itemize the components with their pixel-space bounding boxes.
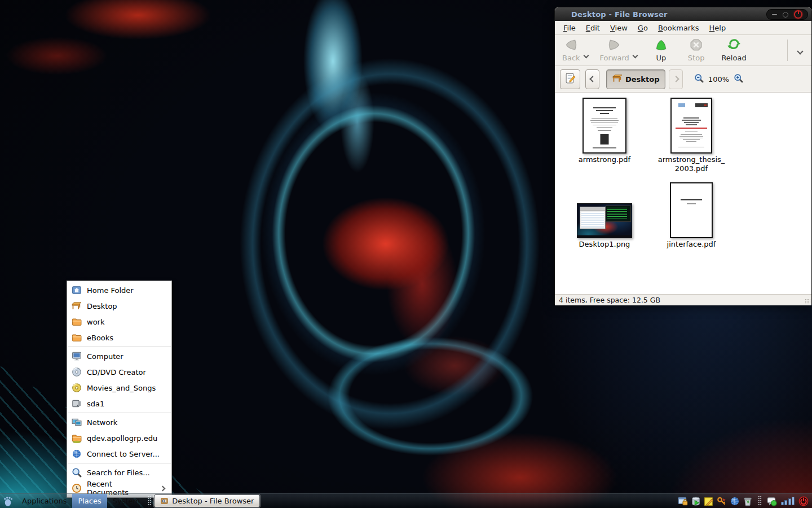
- pdf-thumbnail: [670, 182, 713, 238]
- window-title: Desktop - File Browser: [571, 10, 668, 19]
- menu-file[interactable]: File: [558, 22, 581, 34]
- back-dropdown[interactable]: [583, 41, 590, 60]
- statusbar: 4 items, Free space: 12.5 GB: [555, 294, 811, 305]
- chevron-left-icon: [589, 76, 595, 82]
- network-icon: [72, 417, 82, 427]
- forward-icon: [608, 38, 621, 53]
- window-lock-icon[interactable]: [678, 496, 688, 506]
- file-browser-window: Desktop - File Browser File Edit View Go…: [554, 7, 812, 304]
- minimize-icon[interactable]: [772, 14, 777, 15]
- forward-button[interactable]: Forward: [597, 37, 632, 63]
- menu-separator: [68, 463, 171, 463]
- places-item-computer[interactable]: Computer: [67, 348, 171, 364]
- path-scroll-left-button[interactable]: [585, 69, 599, 89]
- computer-icon: [72, 351, 82, 361]
- forward-dropdown[interactable]: [632, 41, 639, 60]
- database-icon[interactable]: [691, 496, 701, 506]
- places-item-desktop[interactable]: Desktop: [67, 298, 171, 314]
- menu-help[interactable]: Help: [704, 22, 731, 34]
- folder-icon: [72, 332, 82, 343]
- file-label: armstrong_thesis_ 2003.pdf: [658, 155, 725, 173]
- file-jinterface-pdf[interactable]: jinterface.pdf: [649, 182, 734, 249]
- tray-drag-handle[interactable]: [758, 496, 762, 506]
- zoom-in-button[interactable]: [731, 72, 745, 86]
- trash-icon[interactable]: [743, 496, 753, 506]
- stop-icon: [690, 38, 703, 53]
- close-icon[interactable]: [794, 10, 802, 19]
- gnome-foot-icon[interactable]: [3, 495, 15, 507]
- places-item-movies-and-songs[interactable]: Movies_and_Songs: [67, 380, 171, 396]
- places-menu: Home Folder Desktop work eBooks Computer…: [67, 281, 172, 498]
- screen: Desktop - File Browser File Edit View Go…: [0, 0, 812, 508]
- up-label: Up: [656, 54, 666, 62]
- chevron-down-icon: [632, 52, 638, 58]
- stop-label: Stop: [688, 54, 705, 62]
- dvd-disc-icon: [72, 383, 82, 393]
- zoom-out-button[interactable]: [692, 72, 705, 86]
- menu-separator: [68, 347, 171, 347]
- path-scroll-right-button[interactable]: [669, 69, 683, 89]
- path-button-desktop[interactable]: Desktop: [606, 69, 665, 89]
- places-item-sda1[interactable]: sda1: [67, 396, 171, 411]
- globe-icon[interactable]: [730, 496, 740, 506]
- reload-label: Reload: [721, 54, 746, 62]
- bottom-panel: Applications Places System Desktop - Fil…: [0, 493, 812, 508]
- places-item-work[interactable]: work: [67, 314, 171, 330]
- server-globe-icon: [72, 449, 82, 459]
- desktop-icon: [72, 301, 82, 311]
- places-item-cd-dvd-creator[interactable]: CD/DVD Creator: [67, 364, 171, 380]
- system-tray: [678, 496, 809, 506]
- panel-menu-applications[interactable]: Applications: [16, 494, 72, 508]
- menu-separator: [68, 413, 171, 413]
- maximize-icon[interactable]: [783, 12, 788, 17]
- edit-location-button[interactable]: [560, 69, 580, 89]
- recent-documents-icon: [72, 483, 82, 493]
- panel-menu-places[interactable]: Places: [72, 494, 107, 508]
- back-button[interactable]: Back: [559, 37, 583, 63]
- signal-bars-icon[interactable]: [780, 497, 796, 505]
- file-manager-icon: [160, 497, 169, 505]
- up-button[interactable]: Up: [652, 37, 670, 63]
- pdf-thumbnail: [670, 98, 712, 154]
- forward-label: Forward: [600, 54, 629, 62]
- folder-icon: [72, 317, 82, 327]
- file-armstrong-pdf[interactable]: armstrong.pdf: [562, 97, 647, 164]
- menu-bookmarks[interactable]: Bookmarks: [653, 22, 704, 34]
- file-label: jinterface.pdf: [667, 240, 716, 249]
- taskbar-button-file-browser[interactable]: Desktop - File Browser: [154, 494, 260, 507]
- back-label: Back: [562, 54, 580, 62]
- toolbar-overflow-button[interactable]: [793, 45, 807, 56]
- up-icon: [655, 38, 668, 53]
- places-item-ebooks[interactable]: eBooks: [67, 330, 171, 345]
- path-label: Desktop: [625, 75, 659, 84]
- titlebar[interactable]: Desktop - File Browser: [555, 7, 811, 21]
- menu-edit[interactable]: Edit: [581, 22, 605, 34]
- places-item-qdev[interactable]: qdev.apollogrp.edu: [67, 430, 171, 446]
- file-armstrong-thesis-pdf[interactable]: armstrong_thesis_ 2003.pdf: [649, 97, 734, 173]
- home-folder-icon: [72, 285, 82, 295]
- panel-menu-system[interactable]: System: [107, 494, 145, 508]
- menu-view[interactable]: View: [605, 22, 633, 34]
- note-icon[interactable]: [704, 496, 714, 506]
- harddrive-icon: [72, 398, 82, 409]
- file-desktop1-png[interactable]: Desktop1.png: [562, 182, 647, 249]
- chat-status-icon[interactable]: [767, 496, 777, 506]
- places-item-network[interactable]: Network: [67, 414, 171, 430]
- submenu-arrow-icon: [160, 485, 166, 491]
- stop-button[interactable]: Stop: [685, 37, 708, 63]
- power-icon[interactable]: [798, 496, 809, 506]
- menu-go[interactable]: Go: [633, 22, 653, 34]
- places-item-home-folder[interactable]: Home Folder: [67, 282, 171, 298]
- back-icon: [564, 38, 577, 53]
- reload-icon: [727, 38, 740, 53]
- panel-drag-handle[interactable]: [148, 496, 152, 506]
- zoom-level[interactable]: 100%: [705, 75, 731, 84]
- desktop-icon: [612, 73, 623, 85]
- resize-grip[interactable]: [805, 299, 810, 304]
- keys-icon[interactable]: [717, 496, 727, 506]
- places-item-search-for-files[interactable]: Search for Files...: [67, 465, 171, 480]
- reload-button[interactable]: Reload: [718, 37, 749, 63]
- places-item-connect-to-server[interactable]: Connect to Server...: [67, 446, 171, 462]
- pdf-thumbnail: [582, 98, 626, 154]
- file-view[interactable]: armstrong.pdf: [555, 93, 811, 294]
